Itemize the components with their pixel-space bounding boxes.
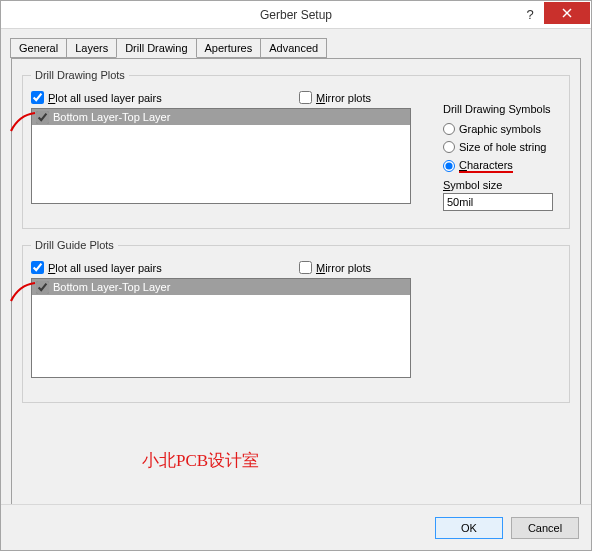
checkbox-mirror-2-label: Mirror plots bbox=[316, 262, 371, 274]
radio-size-of-hole-input[interactable] bbox=[443, 141, 455, 153]
group-drill-drawing-plots: Drill Drawing Plots Plot all used layer … bbox=[22, 69, 570, 229]
checkbox-mirror-1-input[interactable] bbox=[299, 91, 312, 104]
checkbox-plot-all-1-label: Plot all used layer pairs bbox=[48, 92, 162, 104]
list-item-checkbox[interactable] bbox=[36, 111, 49, 124]
tab-advanced[interactable]: Advanced bbox=[260, 38, 327, 58]
tab-apertures[interactable]: Apertures bbox=[196, 38, 262, 58]
listbox-layer-pairs-1[interactable]: Bottom Layer-Top Layer bbox=[31, 108, 411, 204]
window-title: Gerber Setup bbox=[1, 1, 591, 29]
ok-button[interactable]: OK bbox=[435, 517, 503, 539]
help-button[interactable]: ? bbox=[516, 1, 544, 29]
radio-characters-label: Characters bbox=[459, 159, 513, 173]
drill-symbols-panel: Drill Drawing Symbols Graphic symbols Si… bbox=[443, 103, 563, 211]
radio-characters-input[interactable] bbox=[443, 160, 455, 172]
list-item[interactable]: Bottom Layer-Top Layer bbox=[32, 109, 410, 125]
drill-symbols-heading: Drill Drawing Symbols bbox=[443, 103, 563, 115]
group-legend-drill-drawing: Drill Drawing Plots bbox=[31, 69, 129, 81]
list-item-checkbox[interactable] bbox=[36, 281, 49, 294]
radio-graphic-symbols[interactable]: Graphic symbols bbox=[443, 123, 563, 135]
tab-strip: GeneralLayersDrill DrawingAperturesAdvan… bbox=[10, 37, 581, 58]
group-drill-guide-plots: Drill Guide Plots Plot all used layer pa… bbox=[22, 239, 570, 403]
tab-drill-drawing[interactable]: Drill Drawing bbox=[116, 38, 196, 58]
dialog-footer: OK Cancel bbox=[1, 504, 591, 550]
radio-graphic-symbols-label: Graphic symbols bbox=[459, 123, 541, 135]
radio-characters[interactable]: Characters bbox=[443, 159, 563, 173]
list-item-label: Bottom Layer-Top Layer bbox=[53, 279, 170, 295]
radio-graphic-symbols-input[interactable] bbox=[443, 123, 455, 135]
checkbox-mirror-1[interactable]: Mirror plots bbox=[299, 91, 371, 104]
checkbox-mirror-2[interactable]: Mirror plots bbox=[299, 261, 371, 274]
close-icon bbox=[562, 8, 572, 18]
titlebar-controls: ? bbox=[516, 1, 591, 29]
tab-general[interactable]: General bbox=[10, 38, 67, 58]
checkbox-mirror-2-input[interactable] bbox=[299, 261, 312, 274]
dialog-window: Gerber Setup ? GeneralLayersDrill Drawin… bbox=[0, 0, 592, 551]
close-button[interactable] bbox=[544, 2, 590, 24]
cancel-button[interactable]: Cancel bbox=[511, 517, 579, 539]
row-options-2: Plot all used layer pairs Mirror plots bbox=[31, 261, 411, 274]
symbol-size-label: Symbol size bbox=[443, 179, 563, 191]
checkbox-plot-all-1-input[interactable] bbox=[31, 91, 44, 104]
radio-size-of-hole-label: Size of hole string bbox=[459, 141, 546, 153]
titlebar: Gerber Setup ? bbox=[1, 1, 591, 29]
checkbox-plot-all-2-label: Plot all used layer pairs bbox=[48, 262, 162, 274]
symbol-size-input[interactable] bbox=[443, 193, 553, 211]
checkbox-mirror-1-label: Mirror plots bbox=[316, 92, 371, 104]
tab-panel: Drill Drawing Plots Plot all used layer … bbox=[11, 58, 581, 513]
dialog-body: GeneralLayersDrill DrawingAperturesAdvan… bbox=[1, 29, 591, 504]
checkbox-plot-all-2-input[interactable] bbox=[31, 261, 44, 274]
listbox-layer-pairs-2[interactable]: Bottom Layer-Top Layer bbox=[31, 278, 411, 378]
tab-layers[interactable]: Layers bbox=[66, 38, 117, 58]
checkbox-plot-all-1[interactable]: Plot all used layer pairs bbox=[31, 91, 162, 104]
row-options-1: Plot all used layer pairs Mirror plots bbox=[31, 91, 411, 104]
watermark-text: 小北PCB设计室 bbox=[142, 449, 259, 472]
list-item-label: Bottom Layer-Top Layer bbox=[53, 109, 170, 125]
checkbox-plot-all-2[interactable]: Plot all used layer pairs bbox=[31, 261, 162, 274]
list-item[interactable]: Bottom Layer-Top Layer bbox=[32, 279, 410, 295]
radio-size-of-hole[interactable]: Size of hole string bbox=[443, 141, 563, 153]
group-legend-drill-guide: Drill Guide Plots bbox=[31, 239, 118, 251]
